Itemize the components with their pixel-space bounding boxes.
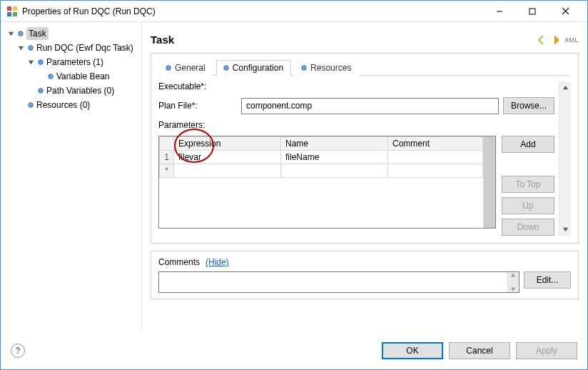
svg-marker-10 [18,46,23,49]
tab-general[interactable]: General [158,60,213,76]
col-name[interactable]: Name [281,137,388,151]
help-button[interactable]: ? [11,344,25,358]
svg-rect-5 [529,9,535,14]
tree-pane: Task Run DQC (Ewf Dqc Task) [1,22,142,332]
maximize-button[interactable] [516,1,549,22]
form-vertical-scrollbar[interactable] [559,81,571,236]
svg-point-9 [19,31,23,36]
tree: Task Run DQC (Ewf Dqc Task) [4,26,138,112]
svg-marker-8 [8,31,13,35]
tree-label: Run DQC (Ewf Dqc Task) [36,41,133,54]
parameters-area: Expression Name Comment 1 [158,136,554,236]
minimize-button[interactable] [483,1,516,22]
chevron-down-icon[interactable] [26,58,35,66]
tab-label: Resources [310,63,351,73]
comments-label: Comments [158,257,200,267]
tree-node-resources[interactable]: Resources (0) [15,98,138,112]
svg-point-13 [39,60,43,64]
svg-point-14 [49,74,53,79]
tree-label: Variable Bean [56,70,110,83]
chevron-down-icon[interactable] [16,44,25,52]
svg-point-18 [224,66,228,70]
nav-forward-icon[interactable] [550,34,562,46]
tree-node-path-variables[interactable]: Path Variables (0) [25,84,138,98]
svg-rect-3 [13,12,17,16]
cancel-button[interactable]: Cancel [449,342,510,359]
form-area: Executable*: Plan File*: Browse... Param… [158,81,571,236]
tab-resources[interactable]: Resources [294,60,359,76]
svg-point-16 [29,103,33,107]
plan-file-label: Plan File*: [158,101,237,111]
main-pane: Task XML General [142,22,587,332]
apply-button[interactable]: Apply [516,342,577,359]
up-button[interactable]: Up [502,197,554,214]
app-icon [6,6,18,17]
spacer [16,101,25,109]
bullet-icon [17,30,24,37]
bullet-icon [165,64,172,71]
dialog-window: Properties of Run DQC (Run DQC) [0,0,588,370]
chevron-down-icon[interactable] [6,29,15,38]
bullet-icon [300,64,308,71]
window-title: Properties of Run DQC (Run DQC) [22,6,483,16]
comments-hide-link[interactable]: (Hide) [206,257,229,267]
comments-scrollbar[interactable] [507,272,519,292]
table-header-row: Expression Name Comment [160,137,483,151]
header-row: Task XML [151,29,579,53]
svg-marker-22 [510,274,514,277]
bullet-icon [37,59,44,66]
tree-node-rundqc[interactable]: Run DQC (Ewf Dqc Task) [15,41,138,55]
tab-label: General [175,63,206,73]
tab-label: Configuration [233,63,283,73]
svg-marker-12 [28,60,33,64]
svg-rect-1 [13,6,17,11]
executable-label: Executable*: [158,81,237,91]
col-expression[interactable]: Expression [174,137,281,151]
cell-comment[interactable] [388,151,483,164]
tree-label: Path Variables (0) [46,84,114,97]
svg-point-11 [29,46,33,50]
nav-back-icon[interactable] [536,34,547,46]
task-box: General Configuration Resources Execut [151,53,579,244]
svg-marker-20 [562,86,567,89]
down-button[interactable]: Down [502,219,554,236]
tree-node-task[interactable]: Task [5,26,138,41]
table-row-new[interactable]: * [160,164,483,178]
to-top-button[interactable]: To Top [502,176,554,193]
tabs: General Configuration Resources [158,59,571,76]
titlebar: Properties of Run DQC (Run DQC) [1,1,587,22]
scroll-up-icon[interactable] [559,81,571,94]
parameters-label: Parameters: [158,120,237,130]
close-button[interactable] [549,1,582,22]
plan-file-input[interactable] [241,98,499,114]
cell-name[interactable]: fileName [281,151,388,164]
row-number-star: * [160,164,174,178]
svg-marker-23 [510,288,514,291]
edit-comments-button[interactable]: Edit... [524,271,571,289]
ok-button[interactable]: OK [382,342,443,359]
bullet-icon [27,101,34,109]
tree-label: Task [26,27,49,40]
tree-node-parameters[interactable]: Parameters (1) [25,55,138,69]
svg-rect-2 [7,12,11,16]
svg-point-17 [166,66,171,70]
scroll-down-icon[interactable] [559,224,571,236]
table-row[interactable]: 1 filevar fileName [160,151,483,164]
xml-view-button[interactable]: XML [564,36,579,44]
bullet-icon [27,44,34,51]
tree-node-variable-bean[interactable]: Variable Bean [35,69,138,84]
grid-vertical-scrollbar[interactable] [483,136,495,228]
page-title: Task [151,34,174,46]
add-button[interactable]: Add [502,136,554,153]
browse-button[interactable]: Browse... [503,97,554,114]
col-comment[interactable]: Comment [388,137,483,151]
tab-configuration[interactable]: Configuration [216,60,291,76]
cell-expression[interactable]: filevar [174,151,281,164]
parameters-grid[interactable]: Expression Name Comment 1 [158,136,496,229]
svg-point-19 [302,66,306,70]
comments-textarea[interactable] [158,271,519,293]
tree-label: Resources (0) [36,99,90,111]
spacer [26,86,35,95]
comments-box: Comments (Hide) Edit... [151,251,579,299]
row-number: 1 [160,151,174,164]
